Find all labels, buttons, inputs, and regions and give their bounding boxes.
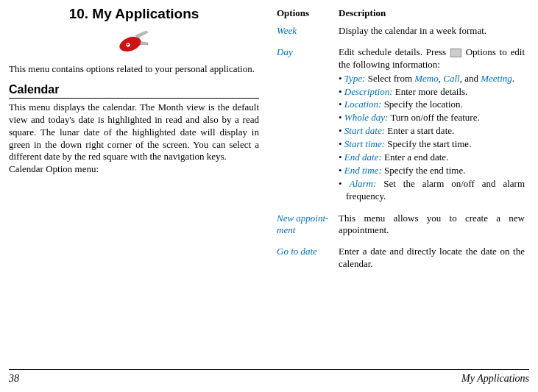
list-item: Type: Select from Memo, Call, and Meetin… xyxy=(339,73,525,85)
list-item: Description: Enter more details. xyxy=(339,86,525,99)
table-row: Day Edit schedule details. Press Options… xyxy=(277,45,529,211)
option-gotodate-desc: Enter a date and directly locate the dat… xyxy=(339,244,529,278)
kw-call: Call xyxy=(443,73,459,84)
option-gotodate: Go to date xyxy=(277,244,339,278)
kw-alarm: Alarm: xyxy=(350,178,377,189)
col-header-description: Description xyxy=(339,6,529,24)
txt: Specify the end time. xyxy=(382,165,466,176)
section-body-text: This menu displays the calendar. The Mon… xyxy=(9,101,259,163)
txt: Specify the location. xyxy=(381,99,462,110)
chapter-title: 10. My Applications xyxy=(9,6,259,22)
section-body: This menu displays the calendar. The Mon… xyxy=(9,101,259,176)
txt: . xyxy=(512,73,514,84)
txt: Turn on/off the feature. xyxy=(388,112,479,123)
kw-description: Description: xyxy=(344,86,393,97)
txt: Enter more details. xyxy=(393,86,468,97)
kw-starttime: Start time: xyxy=(344,138,385,149)
day-lead1: Edit schedule details. Press xyxy=(339,46,450,57)
section-rule xyxy=(9,98,259,99)
kw-endtime: End time: xyxy=(344,165,382,176)
swiss-army-knife-icon xyxy=(117,28,151,53)
kw-meeting: Meeting xyxy=(481,73,512,84)
kw-wholeday: Whole day: xyxy=(344,112,389,123)
list-item: Start date: Enter a start date. xyxy=(339,125,525,138)
option-week: Week xyxy=(277,24,339,45)
kw-memo: Memo xyxy=(414,73,439,84)
txt: Specify the start time. xyxy=(385,138,471,149)
chapter-intro: This menu contains options related to yo… xyxy=(9,63,259,76)
section-heading-calendar: Calendar xyxy=(9,83,259,96)
section-trailer: Calendar Option menu: xyxy=(9,163,99,174)
txt: , and xyxy=(460,73,481,84)
day-bullets: Type: Select from Memo, Call, and Meetin… xyxy=(339,73,525,203)
col-header-options: Options xyxy=(277,6,339,24)
kw-enddate: End date: xyxy=(344,152,382,163)
table-row: Go to date Enter a date and directly loc… xyxy=(277,244,529,278)
list-item: End date: Enter a end date. xyxy=(339,152,525,164)
softkey-icon xyxy=(450,49,461,57)
list-item: Whole day: Turn on/off the feature. xyxy=(339,112,525,124)
footer-label: My Applications xyxy=(461,373,529,385)
list-item: End time: Specify the end time. xyxy=(339,165,525,177)
option-day: Day xyxy=(277,45,339,211)
list-item: Start time: Specify the start time. xyxy=(339,138,525,151)
option-week-desc: Display the calendar in a week format. xyxy=(339,24,529,45)
options-table: Options Description Week Display the cal… xyxy=(277,6,529,278)
list-item: Alarm: Set the alarm on/off and alarm fr… xyxy=(339,178,525,203)
page-footer: 38 My Applications xyxy=(9,369,529,385)
option-newappt: New appoint-ment xyxy=(277,211,339,245)
list-item: Location: Specify the location. xyxy=(339,99,525,111)
kw-startdate: Start date: xyxy=(344,125,385,136)
table-row: New appoint-ment This menu allows you to… xyxy=(277,211,529,245)
txt: Enter a start date. xyxy=(385,125,454,136)
option-newappt-desc: This menu allows you to create a new app… xyxy=(339,211,529,245)
kw-type: Type: xyxy=(344,73,366,84)
option-day-desc: Edit schedule details. Press Options to … xyxy=(339,45,529,211)
table-row: Week Display the calendar in a week form… xyxy=(277,24,529,45)
txt: Enter a end date. xyxy=(382,152,449,163)
txt: Select from xyxy=(365,73,414,84)
kw-location: Location: xyxy=(344,99,382,110)
page-number: 38 xyxy=(9,373,19,385)
